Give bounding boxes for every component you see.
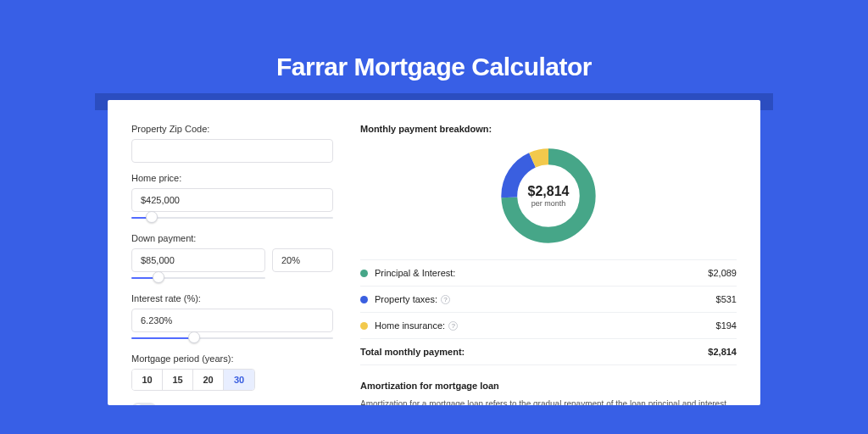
period-button-10[interactable]: 10 xyxy=(132,370,163,390)
interest-label: Interest rate (%): xyxy=(131,293,333,303)
home-price-input[interactable] xyxy=(131,188,333,212)
period-group: 10152030 xyxy=(131,369,255,391)
slider-thumb[interactable] xyxy=(146,211,158,223)
zip-input[interactable] xyxy=(131,139,333,163)
form-column: Property Zip Code: Home price: Down paym… xyxy=(131,124,333,405)
calculator-card: Property Zip Code: Home price: Down paym… xyxy=(108,100,760,405)
amortization-title: Amortization for mortgage loan xyxy=(360,381,737,391)
home-price-slider[interactable] xyxy=(131,214,333,223)
info-icon[interactable]: ? xyxy=(441,295,450,304)
period-button-20[interactable]: 20 xyxy=(193,370,224,390)
zip-field: Property Zip Code: xyxy=(131,124,333,163)
slider-thumb[interactable] xyxy=(188,331,200,343)
donut-center: $2,814 per month xyxy=(512,159,585,232)
home-price-label: Home price: xyxy=(131,173,333,183)
zip-label: Property Zip Code: xyxy=(131,124,333,134)
info-icon[interactable]: ? xyxy=(448,321,458,331)
down-payment-input[interactable] xyxy=(131,248,265,272)
legend-value: $531 xyxy=(716,294,737,304)
period-field: Mortgage period (years): 10152030 xyxy=(131,353,333,391)
legend-row: Property taxes:?$531 xyxy=(360,287,737,313)
breakdown-title: Monthly payment breakdown: xyxy=(360,124,737,134)
donut-amount: $2,814 xyxy=(528,184,570,199)
total-label: Total monthly payment: xyxy=(360,347,708,357)
legend-row: Principal & Interest:$2,089 xyxy=(360,260,737,287)
legend-row: Home insurance:?$194 xyxy=(360,313,737,339)
period-label: Mortgage period (years): xyxy=(131,353,333,364)
payment-donut-chart: $2,814 per month xyxy=(497,144,600,248)
legend: Principal & Interest:$2,089Property taxe… xyxy=(360,259,737,365)
down-payment-slider[interactable] xyxy=(131,275,265,283)
slider-thumb[interactable] xyxy=(153,271,164,283)
legend-label: Home insurance:? xyxy=(375,320,716,331)
legend-value: $194 xyxy=(716,320,737,331)
total-value: $2,814 xyxy=(708,347,737,357)
period-button-30[interactable]: 30 xyxy=(224,370,254,390)
down-payment-pct-input[interactable] xyxy=(272,248,333,272)
home-price-field: Home price: xyxy=(131,173,333,223)
down-payment-field: Down payment: xyxy=(131,233,333,283)
veteran-toggle[interactable] xyxy=(131,403,157,405)
legend-label: Property taxes:? xyxy=(375,294,716,304)
legend-label: Principal & Interest: xyxy=(375,268,708,278)
veteran-label: I am veteran or military xyxy=(164,404,259,405)
donut-sub: per month xyxy=(531,199,566,208)
interest-field: Interest rate (%): xyxy=(131,293,333,343)
interest-slider[interactable] xyxy=(131,335,333,343)
veteran-row: I am veteran or military xyxy=(131,403,333,405)
legend-dot xyxy=(360,322,368,330)
page-title: Farrar Mortgage Calculator xyxy=(276,53,592,81)
legend-dot xyxy=(360,296,368,303)
amortization-body: Amortization for a mortgage loan refers … xyxy=(360,398,737,405)
legend-value: $2,089 xyxy=(708,268,737,278)
down-payment-label: Down payment: xyxy=(131,233,333,243)
legend-dot xyxy=(360,270,368,277)
donut-container: $2,814 per month xyxy=(360,144,737,248)
breakdown-column: Monthly payment breakdown: $2,814 per mo… xyxy=(360,124,737,405)
interest-input[interactable] xyxy=(131,309,333,332)
period-button-15[interactable]: 15 xyxy=(163,370,193,390)
legend-total-row: Total monthly payment:$2,814 xyxy=(360,339,737,365)
